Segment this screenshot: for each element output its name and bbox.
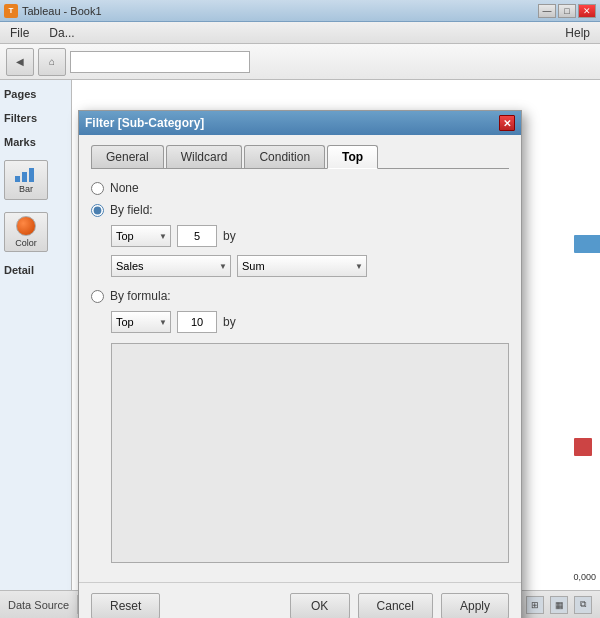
field-select-wrapper[interactable]: Sales Profit Quantity (111, 255, 231, 277)
filter-dialog: Filter [Sub-Category] ✕ General Wildcard… (78, 110, 522, 618)
menu-file[interactable]: File (6, 24, 33, 42)
reset-button[interactable]: Reset (91, 593, 160, 618)
search-input[interactable] (70, 51, 250, 73)
menu-help[interactable]: Help (561, 24, 594, 42)
dialog-overlay: Filter [Sub-Category] ✕ General Wildcard… (0, 80, 600, 590)
by-field-radio-row: By field: (91, 203, 509, 217)
toolbar: ◀ ⌂ (0, 44, 600, 80)
by-label-2: by (223, 315, 236, 329)
field-row-1: Top Bottom by (111, 225, 509, 247)
by-formula-radio[interactable] (91, 290, 104, 303)
minimize-button[interactable]: — (538, 4, 556, 18)
dialog-buttons: Reset OK Cancel Apply (79, 582, 521, 618)
toolbar-back-button[interactable]: ◀ (6, 48, 34, 76)
dialog-content: General Wildcard Condition Top None By f… (79, 135, 521, 582)
formula-number-input[interactable] (177, 311, 217, 333)
menu-data[interactable]: Da... (45, 24, 78, 42)
apply-button[interactable]: Apply (441, 593, 509, 618)
field-select[interactable]: Sales Profit Quantity (111, 255, 231, 277)
agg-select[interactable]: Sum Average Count (237, 255, 367, 277)
bottom-icons: ⊞ ▦ ⧉ (526, 596, 592, 614)
new-datasource-icon[interactable]: ⊞ (526, 596, 544, 614)
ok-button[interactable]: OK (290, 593, 350, 618)
tab-top[interactable]: Top (327, 145, 378, 169)
formula-section: Top Bottom by (111, 311, 509, 563)
app-icon: T (4, 4, 18, 18)
field-row-2: Sales Profit Quantity Sum Average Count (111, 255, 509, 277)
close-button[interactable]: ✕ (578, 4, 596, 18)
agg-select-wrapper[interactable]: Sum Average Count (237, 255, 367, 277)
formula-row: Top Bottom by (111, 311, 509, 333)
title-bar-controls[interactable]: — □ ✕ (538, 4, 596, 18)
datasource-label: Data Source (8, 599, 69, 611)
formula-top-select-wrapper[interactable]: Top Bottom (111, 311, 171, 333)
menu-bar: File Da... Help (0, 22, 600, 44)
by-field-label: By field: (110, 203, 153, 217)
formula-text-area[interactable] (111, 343, 509, 563)
tab-general[interactable]: General (91, 145, 164, 168)
dialog-close-button[interactable]: ✕ (499, 115, 515, 131)
top-bottom-select-wrapper[interactable]: Top Bottom (111, 225, 171, 247)
tab-wildcard[interactable]: Wildcard (166, 145, 243, 168)
tab-condition[interactable]: Condition (244, 145, 325, 168)
dialog-title: Filter [Sub-Category] (85, 116, 204, 130)
toolbar-home-button[interactable]: ⌂ (38, 48, 66, 76)
field-section: Top Bottom by Sales Profit (111, 225, 509, 277)
none-radio[interactable] (91, 182, 104, 195)
maximize-button[interactable]: □ (558, 4, 576, 18)
top-bottom-select[interactable]: Top Bottom (111, 225, 171, 247)
duplicate-sheet-icon[interactable]: ⧉ (574, 596, 592, 614)
none-label: None (110, 181, 139, 195)
title-bar: T Tableau - Book1 — □ ✕ (0, 0, 600, 22)
by-formula-radio-row: By formula: (91, 289, 509, 303)
title-bar-left: T Tableau - Book1 (4, 4, 102, 18)
new-sheet-icon[interactable]: ▦ (550, 596, 568, 614)
dialog-titlebar: Filter [Sub-Category] ✕ (79, 111, 521, 135)
cancel-button[interactable]: Cancel (358, 593, 433, 618)
by-label-1: by (223, 229, 236, 243)
tab-bar: General Wildcard Condition Top (91, 145, 509, 169)
formula-top-select[interactable]: Top Bottom (111, 311, 171, 333)
window-title: Tableau - Book1 (22, 5, 102, 17)
top-number-input[interactable] (177, 225, 217, 247)
none-radio-row: None (91, 181, 509, 195)
by-formula-label: By formula: (110, 289, 171, 303)
by-field-radio[interactable] (91, 204, 104, 217)
main-area: Pages Filters Marks Bar Color Detail 0,0… (0, 80, 600, 590)
